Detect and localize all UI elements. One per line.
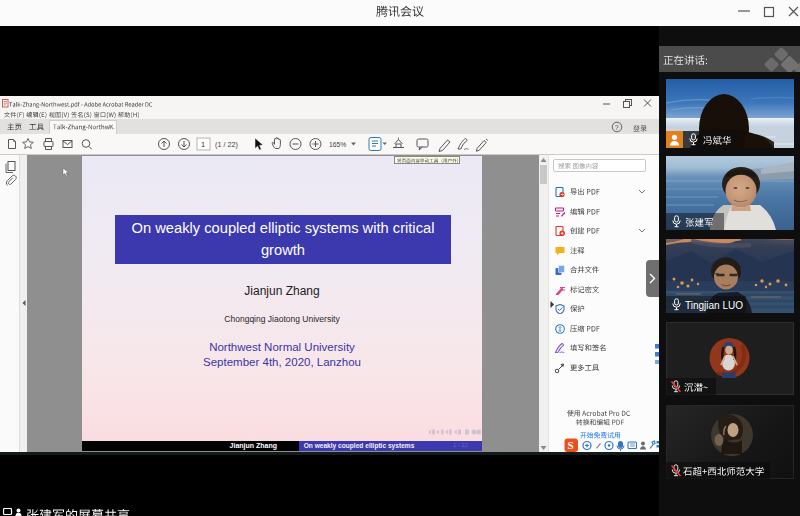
svg-text:165%: 165% bbox=[329, 141, 346, 148]
svg-text:(1 / 22): (1 / 22) bbox=[215, 140, 238, 149]
svg-text:?: ? bbox=[615, 124, 619, 131]
svg-text:1: 1 bbox=[201, 140, 205, 149]
svg-text:S: S bbox=[568, 439, 574, 451]
